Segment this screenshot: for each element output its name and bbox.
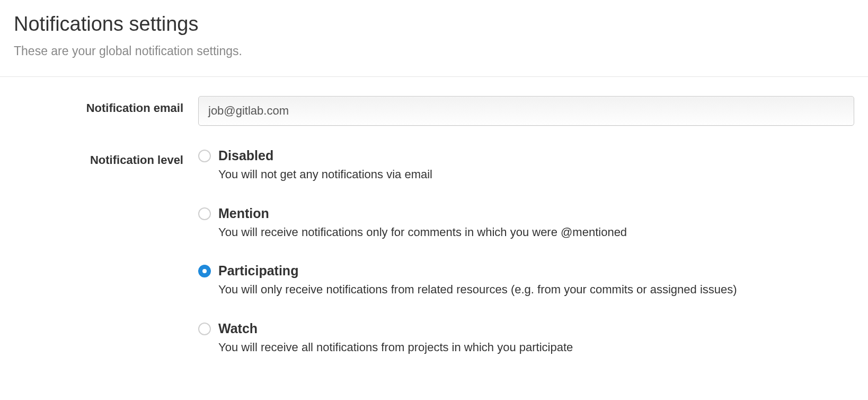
radio-participating-title[interactable]: Participating: [218, 263, 298, 279]
radio-disabled-title[interactable]: Disabled: [218, 148, 273, 163]
notification-email-row: Notification email job@gitlab.com: [14, 96, 854, 126]
divider: [0, 76, 868, 77]
radio-watch-desc: You will receive all notifications from …: [218, 340, 854, 355]
radio-mention-title[interactable]: Mention: [218, 206, 269, 221]
notification-email-select[interactable]: job@gitlab.com: [198, 96, 854, 126]
radio-watch[interactable]: [198, 323, 211, 335]
radio-participating[interactable]: [198, 265, 211, 277]
radio-mention-desc: You will receive notifications only for …: [218, 224, 854, 240]
notification-email-label: Notification email: [14, 96, 198, 115]
page-subtitle: These are your global notification setti…: [14, 44, 854, 58]
radio-option-participating: Participating You will only receive noti…: [198, 263, 854, 298]
notification-level-row: Notification level Disabled You will not…: [14, 148, 854, 355]
radio-disabled-desc: You will not get any notifications via e…: [218, 167, 854, 182]
radio-option-disabled: Disabled You will not get any notificati…: [198, 148, 854, 182]
radio-disabled[interactable]: [198, 150, 211, 162]
notification-email-value: job@gitlab.com: [208, 104, 289, 118]
radio-mention[interactable]: [198, 207, 211, 220]
radio-participating-desc: You will only receive notifications from…: [218, 282, 854, 298]
notification-level-label: Notification level: [14, 148, 198, 167]
radio-option-mention: Mention You will receive notifications o…: [198, 206, 854, 240]
radio-watch-title[interactable]: Watch: [218, 321, 258, 336]
radio-option-watch: Watch You will receive all notifications…: [198, 321, 854, 355]
notification-level-radio-group: Disabled You will not get any notificati…: [198, 148, 854, 355]
page-title: Notifications settings: [14, 13, 854, 36]
